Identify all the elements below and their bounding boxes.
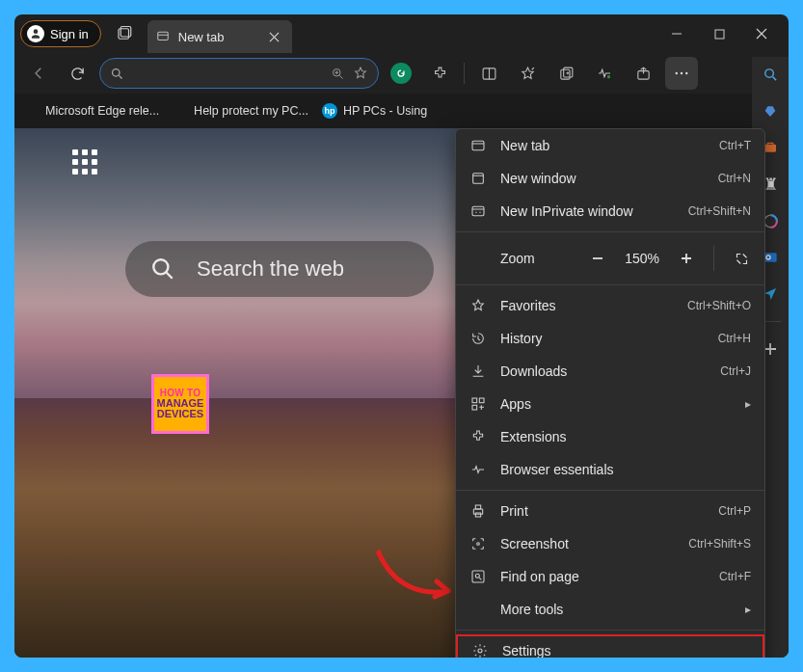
new-window-icon <box>469 170 487 187</box>
find-icon <box>469 568 487 585</box>
menu-screenshot[interactable]: Screenshot Ctrl+Shift+S <box>456 527 764 560</box>
web-search-box[interactable]: Search the web <box>125 241 434 297</box>
favorite-label: HP PCs - Using <box>343 104 427 118</box>
svg-rect-22 <box>475 505 480 509</box>
menu-new-window[interactable]: New window Ctrl+N <box>456 162 764 195</box>
print-icon <box>469 502 487 520</box>
screenshot-icon <box>469 535 487 552</box>
extensions-icon[interactable] <box>423 57 456 90</box>
new-tab-icon <box>469 137 487 154</box>
svg-rect-23 <box>475 513 480 517</box>
fullscreen-button[interactable] <box>732 249 751 268</box>
hp-icon: hp <box>322 103 337 119</box>
svg-point-26 <box>475 574 479 578</box>
svg-rect-30 <box>764 145 776 152</box>
favorites-bar: Microsoft Edge rele... Help protect my P… <box>14 94 789 128</box>
sidebar-search-icon[interactable] <box>759 63 782 86</box>
microsoft-icon <box>24 103 40 119</box>
window-controls <box>656 18 783 49</box>
toolbar <box>14 53 789 94</box>
tab-title: New tab <box>178 30 225 44</box>
favorite-link[interactable]: Microsoft Edge rele... <box>24 103 159 119</box>
svg-rect-25 <box>472 571 484 582</box>
svg-rect-1 <box>120 27 131 38</box>
sidebar-shopping-icon[interactable] <box>759 99 782 122</box>
tab-close-button[interactable] <box>265 27 284 46</box>
search-icon <box>110 67 124 81</box>
svg-rect-19 <box>479 398 484 403</box>
minimize-button[interactable] <box>656 18 698 49</box>
puzzle-icon <box>469 428 487 445</box>
back-button[interactable] <box>22 57 55 90</box>
collections-icon[interactable] <box>549 57 582 90</box>
share-icon[interactable] <box>627 57 659 90</box>
menu-settings[interactable]: Settings <box>456 634 764 658</box>
menu-find[interactable]: Find on page Ctrl+F <box>456 560 764 593</box>
callout-arrow-icon <box>373 543 450 601</box>
favorite-label: Help protect my PC... <box>194 104 308 118</box>
svg-rect-3 <box>715 30 724 39</box>
close-window-button[interactable] <box>740 18 783 49</box>
svg-rect-16 <box>473 174 484 184</box>
search-icon <box>150 256 175 282</box>
history-icon <box>469 330 487 347</box>
grammarly-extension-icon[interactable] <box>385 57 417 90</box>
star-icon <box>469 297 487 314</box>
browser-tab[interactable]: New tab <box>147 20 292 53</box>
menu-extensions[interactable]: Extensions <box>456 420 764 453</box>
settings-and-more-menu: New tab Ctrl+T New window Ctrl+N New InP… <box>455 128 765 658</box>
workspaces-button[interactable] <box>109 18 140 49</box>
user-icon <box>27 25 44 42</box>
download-icon <box>469 363 487 380</box>
gear-icon <box>471 642 489 658</box>
svg-rect-0 <box>119 29 129 40</box>
page-settings-button[interactable] <box>72 149 97 175</box>
menu-new-inprivate[interactable]: New InPrivate window Ctrl+Shift+N <box>456 195 764 228</box>
favorites-icon[interactable] <box>511 57 544 90</box>
more-menu-button[interactable] <box>665 57 698 90</box>
page-content: Search the web HOW TO MANAGE DEVICES New… <box>14 128 789 658</box>
favorite-star-icon[interactable] <box>353 66 368 81</box>
svg-point-4 <box>113 68 120 76</box>
inprivate-icon <box>469 202 487 220</box>
svg-point-34 <box>767 256 770 259</box>
browser-essentials-icon[interactable] <box>588 57 621 90</box>
svg-point-12 <box>681 72 683 74</box>
zoom-in-button[interactable] <box>677 249 696 268</box>
favorite-link[interactable]: Help protect my PC... <box>173 103 308 119</box>
svg-point-29 <box>764 68 773 77</box>
svg-point-9 <box>607 75 610 78</box>
menu-downloads[interactable]: Downloads Ctrl+J <box>456 355 764 388</box>
svg-rect-15 <box>472 141 484 149</box>
menu-favorites[interactable]: Favorites Ctrl+Shift+O <box>456 289 764 322</box>
menu-browser-essentials[interactable]: Browser essentials <box>456 453 764 486</box>
menu-print[interactable]: Print Ctrl+P <box>456 495 764 527</box>
quick-link-tile[interactable]: HOW TO MANAGE DEVICES <box>151 374 209 434</box>
address-bar[interactable] <box>99 58 379 89</box>
zoom-value: 150% <box>625 251 659 266</box>
svg-rect-18 <box>472 398 477 403</box>
titlebar: Sign in New tab <box>14 14 789 53</box>
svg-rect-2 <box>158 32 169 40</box>
sign-in-button[interactable]: Sign in <box>20 20 101 47</box>
menu-apps[interactable]: Apps ▸ <box>456 388 764 420</box>
tab-icon <box>155 29 171 44</box>
menu-history[interactable]: History Ctrl+H <box>456 322 764 355</box>
zoom-indicator-icon[interactable] <box>331 67 345 81</box>
apps-icon <box>469 395 487 413</box>
split-screen-icon[interactable] <box>472 57 505 90</box>
menu-new-tab[interactable]: New tab Ctrl+T <box>456 129 764 162</box>
svg-rect-17 <box>472 206 484 215</box>
favorite-link[interactable]: hp HP PCs - Using <box>322 103 427 119</box>
browser-window: Sign in New tab Micros <box>14 14 789 658</box>
refresh-button[interactable] <box>61 57 94 90</box>
chevron-right-icon: ▸ <box>745 397 751 411</box>
svg-rect-20 <box>472 405 477 410</box>
menu-zoom: Zoom 150% <box>456 236 764 281</box>
maximize-button[interactable] <box>698 18 740 49</box>
microsoft-icon <box>173 103 188 119</box>
zoom-out-button[interactable] <box>588 249 607 268</box>
chevron-right-icon: ▸ <box>745 603 751 616</box>
svg-point-11 <box>676 72 678 74</box>
menu-more-tools[interactable]: More tools ▸ <box>456 593 764 626</box>
